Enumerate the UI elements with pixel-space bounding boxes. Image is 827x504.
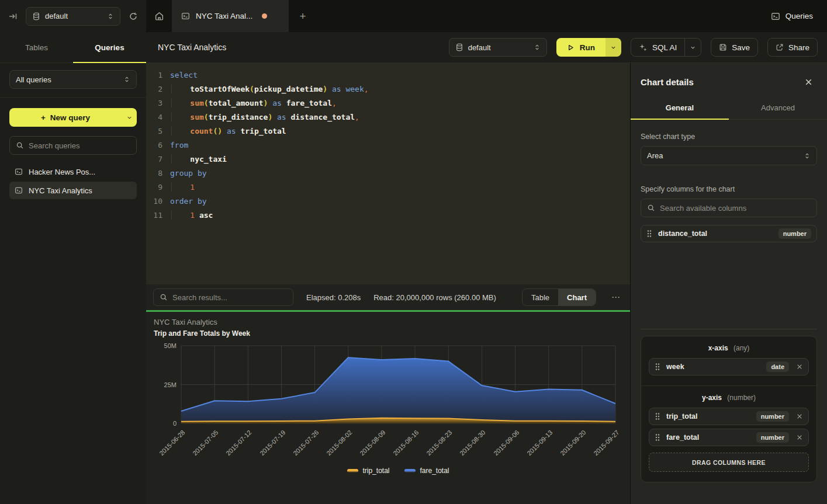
line-number: 5 (146, 124, 162, 138)
tab-general[interactable]: General (631, 98, 729, 119)
queries-top-button[interactable]: Queries (757, 0, 827, 32)
y-axis-section: y-axis (number) trip_totalnumberfare_tot… (641, 385, 816, 482)
line-number: 2 (146, 82, 162, 96)
search-columns-input[interactable] (660, 204, 811, 213)
code-text: group by (170, 166, 207, 180)
results-search[interactable] (153, 289, 293, 306)
share-label: Share (788, 43, 809, 52)
new-query-caret[interactable] (122, 108, 137, 127)
top-bar: default NYC Taxi Anal... (0, 0, 827, 32)
x-axis-heading: x-axis (any) (649, 344, 809, 352)
column-card[interactable]: distance_totalnumber (641, 225, 817, 242)
app-window: default NYC Taxi Anal... (0, 0, 827, 504)
sparkle-icon (639, 43, 648, 52)
sidebar-search[interactable] (9, 136, 137, 155)
share-icon (776, 43, 784, 51)
column-card[interactable]: weekdate (649, 358, 809, 376)
column-type-badge: date (766, 362, 789, 372)
run-button-main[interactable]: Run (556, 38, 605, 57)
legend-item[interactable]: fare_total (404, 467, 449, 475)
chart-type-select[interactable]: Area (641, 146, 817, 165)
drag-handle-icon[interactable] (655, 412, 660, 420)
close-icon[interactable] (804, 78, 813, 86)
remove-column-icon[interactable] (796, 363, 803, 370)
top-bar-left: default (0, 0, 146, 32)
elapsed-time: Elapsed: 0.208s (306, 293, 361, 302)
column-type-badge: number (756, 432, 789, 443)
x-axis-tick: 2015-07-19 (258, 429, 286, 457)
code-line: 2 toStartOfWeek(pickup_datetime) as week… (146, 82, 630, 96)
drag-handle-icon[interactable] (655, 433, 660, 442)
drop-zone[interactable]: DRAG COLUMNS HERE (649, 453, 809, 472)
more-options-icon[interactable]: ⋯ (609, 292, 623, 303)
code-line: 6from (146, 138, 630, 152)
toggle-chart[interactable]: Chart (558, 289, 596, 305)
x-axis-section: x-axis (any) weekdate (641, 336, 816, 385)
query-filter-select[interactable]: All queries (9, 70, 137, 89)
line-number: 8 (146, 166, 162, 180)
x-axis-tick: 2015-07-26 (292, 429, 320, 457)
toggle-table[interactable]: Table (523, 289, 558, 305)
x-axis-tick: 2015-09-13 (525, 429, 553, 457)
refresh-icon[interactable] (129, 12, 138, 21)
line-number: 6 (146, 138, 162, 152)
legend-label: fare_total (420, 467, 449, 475)
topbar-database-selector[interactable]: default (26, 7, 120, 26)
topbar-database-value: default (45, 12, 68, 20)
tab-tables[interactable]: Tables (0, 32, 73, 62)
drag-handle-icon[interactable] (655, 363, 660, 371)
column-card[interactable]: fare_totalnumber (649, 429, 809, 446)
column-card[interactable]: trip_totalnumber (649, 408, 809, 425)
code-text: count() as trip_total (170, 124, 286, 138)
query-terminal-icon (771, 12, 780, 21)
new-query-main[interactable]: + New query (9, 108, 122, 127)
new-query-button[interactable]: + New query (9, 108, 137, 127)
x-axis-tick: 2015-07-05 (191, 429, 219, 457)
panel-divider (641, 329, 817, 329)
code-line: 7 nyc_taxi (146, 152, 630, 166)
x-axis-tick: 2015-08-09 (358, 429, 386, 457)
search-results-input[interactable] (172, 293, 287, 302)
saved-query-item[interactable]: Hacker News Pos... (9, 163, 137, 180)
chart-plot[interactable]: 025M50M (181, 346, 615, 423)
tab-strip: NYC Taxi Anal... + Queries (146, 0, 827, 32)
column-type-badge: number (778, 228, 811, 239)
tab-nyc-taxi-analytics[interactable]: NYC Taxi Anal... (172, 0, 289, 32)
query-terminal-icon (181, 12, 190, 20)
save-button[interactable]: Save (711, 38, 758, 57)
tab-advanced[interactable]: Advanced (729, 98, 827, 119)
sql-ai-caret[interactable] (684, 39, 701, 56)
sql-ai-label: SQL AI (652, 43, 677, 52)
search-queries-input[interactable] (29, 141, 130, 150)
sql-ai-button[interactable]: SQL AI (631, 38, 701, 57)
legend-swatch (347, 469, 358, 472)
sidebar: All queries + New query (0, 63, 146, 504)
chart-details-title: Chart details (641, 77, 694, 87)
collapse-sidebar-icon[interactable] (8, 12, 18, 21)
column-name: trip_total (666, 412, 697, 420)
new-tab-button[interactable]: + (289, 0, 317, 32)
header-database-selector[interactable]: default (449, 38, 547, 57)
legend-item[interactable]: trip_total (347, 467, 389, 475)
chevron-updown-icon (804, 152, 811, 159)
code-text: select (170, 68, 198, 82)
chart-plot-svg (181, 346, 615, 423)
run-button[interactable]: Run (556, 38, 621, 57)
y-axis-tick: 0 (173, 420, 177, 427)
remove-column-icon[interactable] (796, 413, 803, 420)
tab-title: NYC Taxi Anal... (196, 12, 252, 20)
sql-editor[interactable]: 1select2 toStartOfWeek(pickup_datetime) … (146, 63, 630, 284)
drag-handle-icon[interactable] (646, 230, 652, 238)
tab-queries[interactable]: Queries (73, 32, 146, 62)
unsaved-changes-dot (262, 13, 267, 19)
sql-ai-main[interactable]: SQL AI (631, 39, 684, 56)
database-icon (455, 43, 463, 51)
line-number: 3 (146, 96, 162, 110)
share-button[interactable]: Share (767, 38, 818, 57)
run-options-caret[interactable] (605, 38, 621, 57)
home-button[interactable] (146, 0, 172, 32)
columns-search[interactable] (641, 199, 817, 217)
saved-query-item[interactable]: NYC Taxi Analytics (9, 182, 137, 199)
code-text: toStartOfWeek(pickup_datetime) as week, (170, 82, 369, 96)
remove-column-icon[interactable] (796, 434, 803, 441)
